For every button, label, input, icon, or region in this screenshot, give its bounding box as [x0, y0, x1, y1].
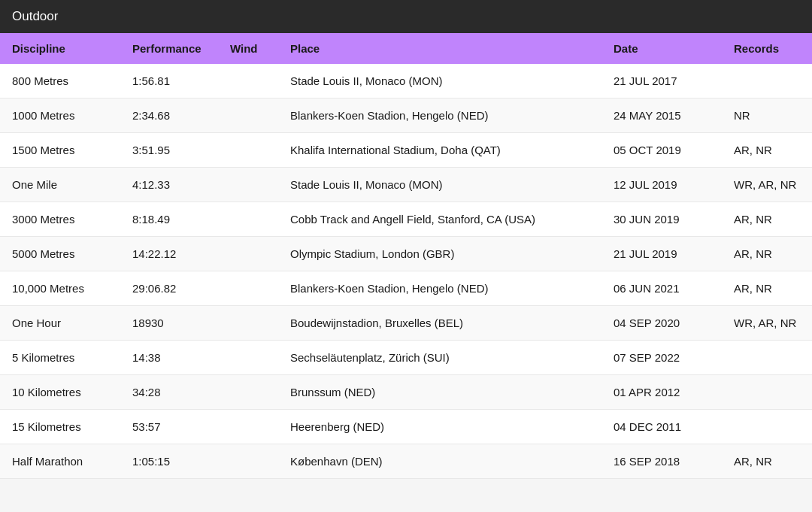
table-row: 800 Metres1:56.81Stade Louis II, Monaco … — [0, 64, 812, 98]
cell-date: 04 DEC 2011 — [601, 410, 722, 444]
table-row: Half Marathon1:05:15København (DEN)16 SE… — [0, 444, 812, 479]
cell-place: Sechseläutenplatz, Zürich (SUI) — [278, 341, 601, 375]
cell-records — [722, 64, 812, 98]
cell-performance: 29:06.82 — [120, 271, 218, 306]
cell-date: 06 JUN 2021 — [601, 271, 722, 306]
cell-records: AR, NR — [722, 271, 812, 306]
cell-wind — [218, 237, 278, 271]
cell-discipline: 5 Kilometres — [0, 341, 120, 375]
cell-discipline: 5000 Metres — [0, 237, 120, 271]
cell-date: 05 OCT 2019 — [601, 133, 722, 168]
cell-place: Blankers-Koen Stadion, Hengelo (NED) — [278, 98, 601, 133]
cell-records: AR, NR — [722, 133, 812, 168]
cell-performance: 4:12.33 — [120, 168, 218, 202]
cell-wind — [218, 64, 278, 98]
cell-place: København (DEN) — [278, 444, 601, 479]
cell-date: 21 JUL 2017 — [601, 64, 722, 98]
cell-place: Olympic Stadium, London (GBR) — [278, 237, 601, 271]
table-row: 1500 Metres3:51.95Khalifa International … — [0, 133, 812, 168]
cell-discipline: Half Marathon — [0, 444, 120, 479]
cell-performance: 3:51.95 — [120, 133, 218, 168]
table-row: 15 Kilometres53:57Heerenberg (NED)04 DEC… — [0, 410, 812, 444]
cell-records: AR, NR — [722, 237, 812, 271]
cell-performance: 14:38 — [120, 341, 218, 375]
cell-discipline: 1000 Metres — [0, 98, 120, 133]
cell-records: NR — [722, 98, 812, 133]
cell-performance: 18930 — [120, 306, 218, 341]
cell-records — [722, 410, 812, 444]
table-row: 1000 Metres2:34.68Blankers-Koen Stadion,… — [0, 98, 812, 133]
section-header: Outdoor — [0, 0, 812, 33]
cell-performance: 1:56.81 — [120, 64, 218, 98]
cell-performance: 8:18.49 — [120, 202, 218, 237]
cell-discipline: 3000 Metres — [0, 202, 120, 237]
cell-records: AR, NR — [722, 444, 812, 479]
cell-performance: 14:22.12 — [120, 237, 218, 271]
cell-place: Khalifa International Stadium, Doha (QAT… — [278, 133, 601, 168]
cell-wind — [218, 133, 278, 168]
cell-wind — [218, 98, 278, 133]
header-discipline: Discipline — [0, 33, 120, 64]
cell-records: WR, AR, NR — [722, 306, 812, 341]
table-row: 10 Kilometres34:28Brunssum (NED)01 APR 2… — [0, 375, 812, 410]
cell-place: Stade Louis II, Monaco (MON) — [278, 168, 601, 202]
cell-performance: 2:34.68 — [120, 98, 218, 133]
cell-place: Stade Louis II, Monaco (MON) — [278, 64, 601, 98]
records-table: Discipline Performance Wind Place Date R… — [0, 33, 812, 479]
cell-discipline: 800 Metres — [0, 64, 120, 98]
cell-discipline: 1500 Metres — [0, 133, 120, 168]
cell-place: Cobb Track and Angell Field, Stanford, C… — [278, 202, 601, 237]
cell-records: WR, AR, NR — [722, 168, 812, 202]
cell-wind — [218, 444, 278, 479]
table-row: One Mile4:12.33Stade Louis II, Monaco (M… — [0, 168, 812, 202]
cell-wind — [218, 410, 278, 444]
table-container: Discipline Performance Wind Place Date R… — [0, 33, 812, 479]
cell-records — [722, 341, 812, 375]
cell-date: 12 JUL 2019 — [601, 168, 722, 202]
cell-discipline: One Hour — [0, 306, 120, 341]
cell-wind — [218, 306, 278, 341]
cell-discipline: 10 Kilometres — [0, 375, 120, 410]
table-row: 10,000 Metres29:06.82Blankers-Koen Stadi… — [0, 271, 812, 306]
cell-date: 24 MAY 2015 — [601, 98, 722, 133]
cell-date: 01 APR 2012 — [601, 375, 722, 410]
cell-wind — [218, 341, 278, 375]
cell-place: Heerenberg (NED) — [278, 410, 601, 444]
cell-date: 07 SEP 2022 — [601, 341, 722, 375]
table-row: 5000 Metres14:22.12Olympic Stadium, Lond… — [0, 237, 812, 271]
cell-performance: 1:05:15 — [120, 444, 218, 479]
cell-records — [722, 375, 812, 410]
header-place: Place — [278, 33, 601, 64]
table-row: One Hour18930Boudewijnstadion, Bruxelles… — [0, 306, 812, 341]
table-row: 5 Kilometres14:38Sechseläutenplatz, Züri… — [0, 341, 812, 375]
cell-wind — [218, 168, 278, 202]
cell-place: Blankers-Koen Stadion, Hengelo (NED) — [278, 271, 601, 306]
header-performance: Performance — [120, 33, 218, 64]
header-wind: Wind — [218, 33, 278, 64]
table-header-row: Discipline Performance Wind Place Date R… — [0, 33, 812, 64]
cell-date: 16 SEP 2018 — [601, 444, 722, 479]
cell-performance: 34:28 — [120, 375, 218, 410]
cell-discipline: 15 Kilometres — [0, 410, 120, 444]
cell-place: Brunssum (NED) — [278, 375, 601, 410]
cell-date: 30 JUN 2019 — [601, 202, 722, 237]
cell-wind — [218, 271, 278, 306]
cell-wind — [218, 202, 278, 237]
header-records: Records — [722, 33, 812, 64]
table-row: 3000 Metres8:18.49Cobb Track and Angell … — [0, 202, 812, 237]
cell-wind — [218, 375, 278, 410]
cell-date: 04 SEP 2020 — [601, 306, 722, 341]
cell-performance: 53:57 — [120, 410, 218, 444]
cell-place: Boudewijnstadion, Bruxelles (BEL) — [278, 306, 601, 341]
cell-discipline: One Mile — [0, 168, 120, 202]
cell-discipline: 10,000 Metres — [0, 271, 120, 306]
cell-records: AR, NR — [722, 202, 812, 237]
cell-date: 21 JUL 2019 — [601, 237, 722, 271]
section-title: Outdoor — [12, 9, 58, 23]
header-date: Date — [601, 33, 722, 64]
